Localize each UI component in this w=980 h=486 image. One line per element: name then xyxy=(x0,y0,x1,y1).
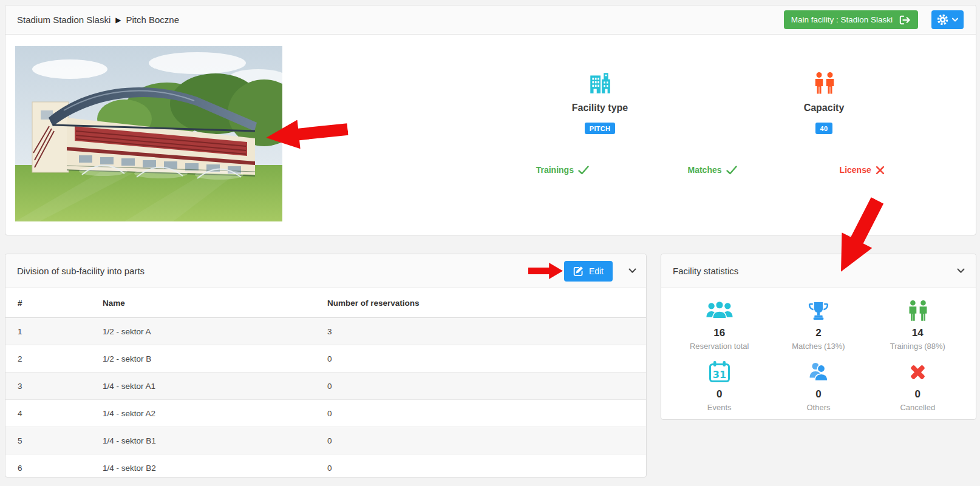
stat-others: 0 Others xyxy=(769,356,868,412)
row-name: 1/2 - sektor B xyxy=(90,345,315,373)
division-panel-title: Division of sub-facility into parts xyxy=(17,266,145,276)
sub-facility-table: # Name Number of reservations 1 1/2 - se… xyxy=(5,288,646,481)
flag-trainings: Trainings xyxy=(488,165,638,175)
division-actions: Edit xyxy=(564,261,636,282)
facility-overview-card: Stadium Stadion Slaski ▶ Pitch Boczne Ma… xyxy=(5,5,976,235)
division-panel: Division of sub-facility into parts Edit xyxy=(5,254,647,478)
division-panel-header: Division of sub-facility into parts Edit xyxy=(5,254,646,288)
flag-matches-label: Matches xyxy=(687,165,721,175)
main-facility-button-label: Main facility : Stadion Slaski xyxy=(791,15,893,24)
sign-out-icon xyxy=(899,15,911,25)
stat-label: Trainings (88%) xyxy=(868,342,967,351)
row-reservations: 0 xyxy=(315,400,646,427)
table-header-row: # Name Number of reservations xyxy=(5,288,646,318)
edit-button[interactable]: Edit xyxy=(564,261,613,282)
breadcrumb-parent: Stadium Stadion Slaski xyxy=(17,15,111,25)
stats-panel: Facility statistics 16 Reservation tot xyxy=(661,254,976,420)
table-row: 5 1/4 - sektor B1 0 xyxy=(5,427,646,454)
stat-reservation-total: 16 Reservation total xyxy=(670,294,769,351)
breadcrumb-current: Pitch Boczne xyxy=(126,15,179,25)
stat-value: 0 xyxy=(769,388,868,400)
chevron-down-icon xyxy=(952,18,958,22)
column-header-reservations: Number of reservations xyxy=(315,288,646,318)
buildings-icon xyxy=(483,67,717,95)
row-number: 2 xyxy=(5,345,90,373)
flag-license: License xyxy=(787,165,937,175)
row-name: 1/4 - sektor A1 xyxy=(90,373,315,400)
facility-type-block: Facility type PITCH xyxy=(483,67,717,134)
stat-label: Reservation total xyxy=(670,342,769,351)
stat-matches: 2 Matches (13%) xyxy=(769,294,868,351)
titlebar-actions: Main facility : Stadion Slaski xyxy=(784,10,964,29)
capacity-block: Capacity 40 xyxy=(707,67,941,134)
row-name: 1/4 - sektor B1 xyxy=(90,427,315,454)
row-number: 3 xyxy=(5,373,90,400)
cancelled-x-icon xyxy=(868,359,967,385)
settings-button[interactable] xyxy=(931,10,964,29)
capacity-label: Capacity xyxy=(707,103,941,113)
flag-license-label: License xyxy=(840,165,871,175)
collapse-chevron-icon[interactable] xyxy=(957,268,965,274)
person-icon xyxy=(769,359,868,385)
stats-grid: 16 Reservation total 2 Matches (13%) xyxy=(661,288,976,419)
stats-panel-title: Facility statistics xyxy=(673,266,738,276)
x-icon xyxy=(876,166,885,175)
breadcrumb-separator-icon: ▶ xyxy=(115,16,121,24)
row-reservations: 0 xyxy=(315,454,646,482)
row-reservations: 0 xyxy=(315,345,646,373)
table-row: 3 1/4 - sektor A1 0 xyxy=(5,373,646,400)
stat-value: 14 xyxy=(868,327,967,339)
capacity-badge: 40 xyxy=(815,123,833,134)
people-icon xyxy=(868,298,967,323)
calendar-icon: 31 xyxy=(670,359,769,385)
stat-events: 31 0 Events xyxy=(670,356,769,412)
flag-trainings-label: Trainings xyxy=(536,165,574,175)
facility-page: Stadium Stadion Slaski ▶ Pitch Boczne Ma… xyxy=(0,0,980,486)
stat-label: Cancelled xyxy=(868,403,967,412)
row-number: 5 xyxy=(5,427,90,454)
stats-panel-header: Facility statistics xyxy=(661,254,976,288)
row-name: 1/2 - sektor A xyxy=(90,318,315,345)
stat-cancelled: 0 Cancelled xyxy=(868,356,967,412)
facility-type-label: Facility type xyxy=(483,103,717,113)
row-reservations: 0 xyxy=(315,427,646,454)
stat-trainings: 14 Trainings (88%) xyxy=(868,294,967,351)
table-row: 6 1/4 - sektor B2 0 xyxy=(5,454,646,482)
stat-value: 0 xyxy=(868,388,967,400)
table-row: 2 1/2 - sektor B 0 xyxy=(5,345,646,373)
stat-label: Events xyxy=(670,403,769,412)
row-reservations: 0 xyxy=(315,373,646,400)
row-name: 1/4 - sektor B2 xyxy=(90,454,315,482)
main-facility-button[interactable]: Main facility : Stadion Slaski xyxy=(784,10,918,29)
group-icon xyxy=(670,298,769,323)
stat-label: Others xyxy=(769,403,868,412)
gear-icon xyxy=(937,14,948,25)
row-reservations: 3 xyxy=(315,318,646,345)
row-name: 1/4 - sektor A2 xyxy=(90,400,315,427)
edit-button-label: Edit xyxy=(589,266,604,276)
facility-type-badge: PITCH xyxy=(585,123,616,134)
row-number: 1 xyxy=(5,318,90,345)
table-row: 4 1/4 - sektor A2 0 xyxy=(5,400,646,427)
facility-flags: Trainings Matches License xyxy=(488,165,937,175)
table-row: 1 1/2 - sektor A 3 xyxy=(5,318,646,345)
edit-pencil-icon xyxy=(573,266,584,276)
facility-photo xyxy=(15,46,282,221)
flag-matches: Matches xyxy=(638,165,788,175)
titlebar: Stadium Stadion Slaski ▶ Pitch Boczne Ma… xyxy=(5,5,976,35)
trophy-icon xyxy=(769,298,868,323)
check-icon xyxy=(578,166,589,175)
collapse-chevron-icon[interactable] xyxy=(628,268,636,274)
breadcrumb: Stadium Stadion Slaski ▶ Pitch Boczne xyxy=(17,15,179,25)
stat-value: 0 xyxy=(670,388,769,400)
row-number: 4 xyxy=(5,400,90,427)
calendar-day-text: 31 xyxy=(713,369,726,380)
capacity-people-icon xyxy=(707,67,941,95)
stat-label: Matches (13%) xyxy=(769,342,868,351)
row-number: 6 xyxy=(5,454,90,482)
stat-value: 16 xyxy=(670,327,769,339)
column-header-name: Name xyxy=(90,288,315,318)
column-header-num: # xyxy=(5,288,90,318)
check-icon xyxy=(726,166,737,175)
stat-value: 2 xyxy=(769,327,868,339)
